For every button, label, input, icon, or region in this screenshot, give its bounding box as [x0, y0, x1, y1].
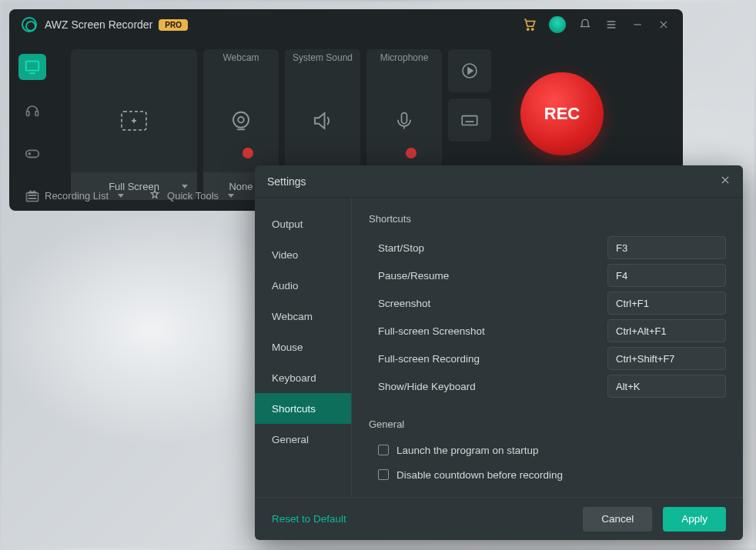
svg-rect-10: [402, 113, 407, 124]
avatar[interactable]: [549, 16, 566, 33]
tile-screen: Full Screen: [71, 49, 197, 200]
nav-video[interactable]: Video: [255, 239, 351, 270]
region-select-icon[interactable]: [71, 69, 197, 172]
input-fs-screenshot[interactable]: [607, 319, 726, 342]
rail-game[interactable]: [18, 140, 46, 166]
titlebar: AWZ Screen Recorder PRO: [9, 9, 683, 40]
svg-rect-5: [26, 150, 39, 157]
cart-icon[interactable]: [523, 18, 537, 32]
reset-default-link[interactable]: Reset to Default: [272, 513, 346, 525]
svg-point-8: [233, 112, 249, 128]
svg-rect-3: [27, 112, 29, 116]
input-start-stop[interactable]: [607, 236, 726, 259]
speaker-icon[interactable]: [285, 69, 360, 172]
nav-webcam[interactable]: Webcam: [255, 301, 351, 332]
input-pause-resume[interactable]: [607, 264, 726, 287]
minimize-icon[interactable]: [631, 18, 644, 32]
keyboard-toggle[interactable]: [448, 98, 491, 142]
mic-header: Microphone: [366, 49, 442, 69]
nav-shortcuts[interactable]: Shortcuts: [255, 393, 351, 424]
pro-badge: PRO: [159, 19, 188, 31]
webcam-header: Webcam: [203, 49, 279, 69]
webcam-icon[interactable]: [203, 69, 279, 172]
bell-icon[interactable]: [578, 18, 592, 32]
svg-rect-12: [462, 116, 477, 125]
nav-audio[interactable]: Audio: [255, 270, 351, 301]
checkbox-disable-countdown[interactable]: [378, 469, 389, 480]
input-show-keyboard[interactable]: [607, 375, 726, 398]
close-icon[interactable]: [657, 18, 671, 32]
row-start-stop: Start/Stop: [369, 234, 726, 262]
settings-content: Shortcuts Start/Stop Pause/Resume Screen…: [352, 198, 743, 497]
nav-general[interactable]: General: [255, 424, 351, 455]
svg-point-0: [527, 28, 529, 30]
row-show-keyboard: Show/Hide Keyboard: [369, 372, 726, 400]
nav-mouse[interactable]: Mouse: [255, 332, 351, 362]
apply-button[interactable]: Apply: [663, 507, 726, 532]
settings-nav: Output Video Audio Webcam Mouse Keyboard…: [255, 198, 352, 497]
row-screenshot: Screenshot: [369, 289, 726, 317]
nav-keyboard[interactable]: Keyboard: [255, 362, 351, 393]
rail-audio[interactable]: [18, 97, 46, 123]
rail-screen[interactable]: [18, 54, 46, 80]
svg-rect-4: [35, 112, 38, 116]
svg-rect-2: [26, 62, 39, 71]
app-logo-icon: [22, 17, 37, 32]
disabled-badge-icon: [243, 148, 253, 158]
record-label: REC: [544, 104, 580, 124]
check-disable-countdown: Disable countdown before recording: [369, 462, 726, 487]
checkbox-launch-startup[interactable]: [378, 445, 389, 455]
row-pause-resume: Pause/Resume: [369, 262, 726, 289]
cursor-toggle[interactable]: [448, 49, 491, 92]
row-fullscreen-recording: Full-screen Recording: [369, 345, 726, 372]
row-fullscreen-screenshot: Full-screen Screenshot: [369, 317, 726, 345]
cancel-button[interactable]: Cancel: [583, 507, 652, 532]
settings-close-icon[interactable]: [720, 175, 731, 188]
general-heading: General: [369, 418, 726, 430]
settings-titlebar: Settings: [255, 165, 743, 198]
svg-point-9: [238, 117, 244, 123]
disabled-badge-icon: [406, 148, 416, 158]
check-launch-startup: Launch the program on startup: [369, 438, 726, 462]
sound-header: System Sound: [285, 49, 360, 69]
nav-output[interactable]: Output: [255, 208, 351, 239]
app-title: AWZ Screen Recorder: [45, 18, 152, 31]
svg-point-1: [532, 28, 534, 30]
settings-dialog: Settings Output Video Audio Webcam Mouse…: [255, 165, 743, 540]
settings-footer: Reset to Default Cancel Apply: [255, 497, 743, 540]
input-screenshot[interactable]: [607, 292, 726, 315]
mic-icon[interactable]: [366, 69, 442, 172]
record-button[interactable]: REC: [520, 72, 604, 155]
shortcuts-heading: Shortcuts: [369, 213, 726, 225]
quick-tools-menu[interactable]: Quick Tools: [149, 189, 234, 202]
recording-list-menu[interactable]: Recording List: [26, 189, 124, 202]
settings-title-text: Settings: [267, 175, 306, 188]
menu-icon[interactable]: [604, 18, 618, 32]
input-fs-recording[interactable]: [607, 347, 726, 370]
